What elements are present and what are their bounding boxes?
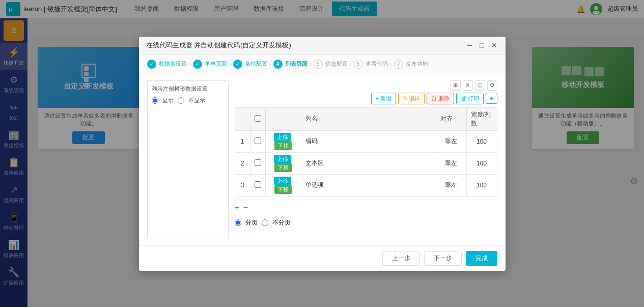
step-5[interactable]: 5 信息配置 [314,60,348,69]
row-3-num: 3 [235,174,250,196]
modal-close-button[interactable]: ✕ [490,41,498,49]
modal-footer: 上一步 下一步 完成 [139,245,506,271]
modal-overlay: 在线代码生成器 并自动创建代码(自定义开发模板) ─ □ ✕ ✓ 数据素设置 ›… [27,37,644,307]
next-button[interactable]: 下一步 [424,251,462,266]
modal-title: 在线代码生成器 并自动创建代码(自定义开发模板) [146,41,291,50]
table-toolbar: + 新增 ✎ 编辑 自 删除 🖨 打印 + [235,93,497,104]
row-1-cb [250,130,265,152]
step-arrow-2: › [229,61,231,68]
bottom-controls: + − [235,200,497,215]
del-button[interactable]: 自 删除 [427,93,454,104]
radio-show-label[interactable]: 显示 [162,97,174,104]
row-3-down[interactable]: 下移 [274,185,292,194]
row-3-name: 单选项 [301,174,436,196]
th-width: 宽度/列数 [466,107,497,130]
table-row: 3 上移 下移 单选项 靠左 100 [235,174,497,196]
row-2-width: 100 [466,152,497,174]
row-2-num: 2 [235,152,250,174]
step-6[interactable]: 6 查看代码 [354,60,388,69]
add-row-button[interactable]: + [235,203,239,212]
table-icon-row: ⊞ ✕ ⬡ ⚙ [235,80,497,91]
th-move [265,107,301,130]
row-2-checkbox[interactable] [255,159,261,166]
row-1-move: 上移 下移 [265,130,301,152]
add-button[interactable]: + 新增 [371,93,396,104]
step-arrow-3: › [269,61,271,68]
row-3-up[interactable]: 上移 [274,177,291,185]
step-arrow-5: › [350,61,352,68]
main-content: 自定义开发模板 通过设置生成单表或多表的增删改查功能。 配置 [27,37,644,307]
step-arrow-1: › [189,61,191,68]
plus-button[interactable]: + [486,93,497,104]
step-7[interactable]: 7 发布功能 [394,60,428,69]
step-7-num: 7 [394,60,403,69]
table-icon-grid[interactable]: ⊞ [451,80,461,91]
modal-codegen: 在线代码生成器 并自动创建代码(自定义开发模板) ─ □ ✕ ✓ 数据素设置 ›… [139,37,506,271]
step-3-num: ✓ [233,60,242,69]
radio-pagination[interactable] [235,219,241,226]
row-1-num: 1 [235,130,250,152]
select-all-checkbox[interactable] [255,115,261,122]
radio-no-pagination[interactable] [262,219,268,226]
left-panel-title: 列表左侧树形数据设置 [152,85,224,93]
table-row: 1 上移 下移 编码 靠左 100 [235,130,497,152]
step-7-label: 发布功能 [406,60,428,68]
left-panel: 列表左侧树形数据设置 显示 不显示 [147,80,229,239]
panel-layout: 列表左侧树形数据设置 显示 不显示 ⊞ ✕ [147,80,497,239]
step-3[interactable]: ✓ 条件配置 [233,60,267,69]
row-2-move: 上移 下移 [265,152,301,174]
radio-show[interactable] [152,97,158,104]
table-icon-close[interactable]: ✕ [463,80,473,91]
step-2-label: 单单页面 [205,60,227,68]
row-2-up[interactable]: 上移 [274,155,291,163]
step-arrow-4: › [310,61,312,68]
th-cb [250,107,265,130]
edit-button[interactable]: ✎ 编辑 [398,93,425,104]
right-panel: ⊞ ✕ ⬡ ⚙ + 新增 ✎ 编辑 自 删除 🖨 打印 + [235,80,497,239]
data-table: 列名 对齐 宽度/列数 1 上移 [235,107,497,197]
step-1[interactable]: ✓ 数据素设置 [147,60,187,69]
th-align: 对齐 [436,107,466,130]
row-2-down[interactable]: 下移 [274,163,292,172]
table-icon-settings[interactable]: ⚙ [487,80,497,91]
row-1-align: 靠左 [436,130,466,152]
row-1-checkbox[interactable] [255,137,261,144]
prev-button[interactable]: 上一步 [382,251,420,266]
step-4-num: 4 [273,60,283,69]
step-1-num: ✓ [147,60,156,69]
modal-minimize-button[interactable]: ─ [466,41,474,49]
step-2[interactable]: ✓ 单单页面 [193,60,227,69]
remove-row-button[interactable]: − [243,203,248,212]
step-3-label: 条件配置 [245,60,267,68]
row-1-up[interactable]: 上移 [274,133,291,142]
pagination-row: 分页 不分页 [235,215,497,230]
row-1-name: 编码 [301,130,436,152]
table-row: 2 上移 下移 文本区 靠左 100 [235,152,497,174]
pagination-label[interactable]: 分页 [245,218,258,227]
row-3-checkbox[interactable] [255,181,261,188]
row-1-down[interactable]: 下移 [274,142,292,150]
step-5-num: 5 [314,60,323,69]
no-pagination-label[interactable]: 不分页 [272,218,291,227]
row-2-align: 靠左 [436,152,466,174]
modal-maximize-button[interactable]: □ [478,41,486,49]
step-1-label: 数据素设置 [159,60,187,68]
step-arrow-6: › [390,61,392,68]
step-5-label: 信息配置 [325,60,348,68]
steps-bar: ✓ 数据素设置 › ✓ 单单页面 › ✓ 条件配置 › 4 列表页面 [139,54,506,74]
step-4[interactable]: 4 列表页面 [273,60,307,69]
radio-hide-label[interactable]: 不显示 [188,97,205,104]
step-6-label: 查看代码 [366,60,388,68]
modal-body: 列表左侧树形数据设置 显示 不显示 ⊞ ✕ [139,74,506,245]
modal-controls: ─ □ ✕ [466,41,498,49]
step-4-label: 列表页面 [285,60,307,68]
step-2-num: ✓ [193,60,202,69]
row-3-cb [250,174,265,196]
finish-button[interactable]: 完成 [466,251,497,266]
table-icon-copy[interactable]: ⬡ [475,80,485,91]
row-2-name: 文本区 [301,152,436,174]
step-6-num: 6 [354,60,363,69]
radio-hide[interactable] [178,97,184,104]
print-button[interactable]: 🖨 打印 [456,93,484,104]
modal-header: 在线代码生成器 并自动创建代码(自定义开发模板) ─ □ ✕ [139,37,506,54]
